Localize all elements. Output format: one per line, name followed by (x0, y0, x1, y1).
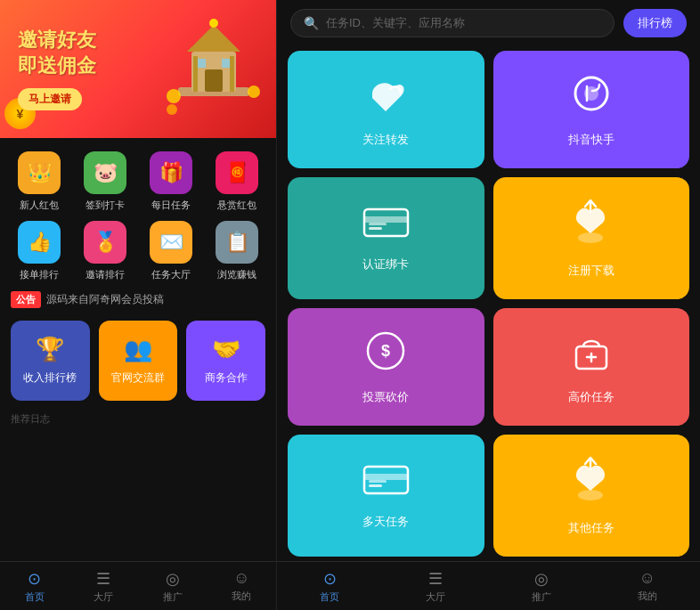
svg-rect-15 (364, 216, 408, 223)
card-income-rank[interactable]: 🏆 收入排行榜 (11, 321, 90, 401)
task-follow-share[interactable]: 关注转发 (288, 51, 484, 168)
icon-box-newbie: 👑 (18, 151, 61, 194)
icon-task-hall[interactable]: ✉️ 任务大厅 (142, 221, 199, 281)
right-promote-icon: ◎ (534, 569, 549, 589)
right-nav-hall-label: 大厅 (426, 590, 445, 604)
task-multiday[interactable]: 多天任务 (288, 435, 484, 557)
icon-box-bounty: 🧧 (216, 151, 258, 194)
svg-point-10 (248, 85, 260, 98)
task-highpay-label: 高价任务 (568, 389, 615, 405)
invite-banner[interactable]: ¥ 邀请好友 即送佣金 马上邀请 (0, 0, 276, 138)
svg-point-8 (209, 19, 218, 28)
highpay-icon (569, 329, 614, 380)
icon-order-rank[interactable]: 👍 接单排行 (11, 221, 68, 281)
handshake-icon: 🤝 (212, 336, 240, 363)
search-placeholder: 任务ID、关键字、应用名称 (326, 15, 465, 31)
icon-label-browse: 浏览赚钱 (217, 268, 256, 281)
task-douyin-label: 抖音快手 (568, 132, 615, 148)
banner-invite-button[interactable]: 马上邀请 (18, 88, 82, 110)
right-nav-mine[interactable]: ☺ 我的 (594, 562, 700, 610)
svg-text:$: $ (381, 342, 390, 360)
nav-home[interactable]: ⊙ 首页 (0, 562, 69, 610)
nav-home-label: 首页 (25, 590, 45, 604)
banner-text-block: 邀请好友 即送佣金 马上邀请 (18, 28, 96, 110)
icon-label-newbie: 新人红包 (20, 199, 59, 212)
watermark-area: 推荐日志 (0, 408, 276, 430)
task-other[interactable]: 其他任务 (493, 435, 690, 557)
right-nav-promote-label: 推广 (532, 590, 551, 604)
promote-icon: ◎ (166, 569, 180, 589)
watermark-text: 推荐日志 (11, 413, 50, 424)
right-nav-home-label: 首页 (320, 590, 339, 604)
task-vote-label: 投票砍价 (362, 389, 409, 405)
task-other-label: 其他任务 (568, 520, 615, 536)
task-register[interactable]: 注册下载 (493, 177, 690, 299)
right-nav-promote[interactable]: ◎ 推广 (489, 562, 595, 610)
right-panel: 🔍 任务ID、关键字、应用名称 排行榜 关注转发 抖 (276, 0, 700, 610)
nav-hall-label: 大厅 (94, 590, 113, 604)
icon-grid: 👑 新人红包 🐷 签到打卡 🎁 每日任务 🧧 悬赏红包 👍 (0, 138, 276, 286)
svg-point-26 (578, 490, 603, 500)
icon-box-checkin: 🐷 (84, 151, 126, 194)
certify-icon (362, 205, 411, 248)
search-input-wrap[interactable]: 🔍 任务ID、关键字、应用名称 (290, 9, 615, 37)
icon-box-order: 👍 (18, 221, 61, 264)
card-group[interactable]: 👥 官网交流群 (99, 321, 178, 401)
nav-promote[interactable]: ◎ 推广 (138, 562, 208, 610)
icon-label-bounty: 悬赏红包 (217, 199, 256, 212)
right-home-icon: ⊙ (323, 569, 337, 589)
svg-rect-7 (230, 56, 234, 92)
notice-text: 源码来自阿奇网会员投稿 (46, 292, 164, 307)
rank-button[interactable]: 排行榜 (623, 9, 687, 37)
building-icon (165, 7, 263, 123)
task-register-label: 注册下载 (568, 263, 615, 279)
icon-label-invite: 邀请排行 (85, 268, 125, 281)
nav-promote-label: 推广 (163, 590, 183, 604)
nav-mine[interactable]: ☺ 我的 (208, 562, 277, 610)
other-icon (571, 455, 611, 511)
icon-box-invite: 🏅 (84, 221, 126, 264)
svg-rect-6 (193, 56, 198, 92)
banner-title: 邀请好友 即送佣金 (18, 28, 96, 78)
task-follow-label: 关注转发 (362, 132, 409, 148)
trophy-icon: 🏆 (36, 336, 64, 363)
icon-newbie-redpacket[interactable]: 👑 新人红包 (11, 151, 68, 212)
task-douyin[interactable]: 抖音快手 (493, 51, 690, 168)
card-biz-label: 商务合作 (205, 370, 248, 386)
icon-label-daily: 每日任务 (151, 199, 191, 212)
right-nav-hall[interactable]: ☰ 大厅 (383, 562, 489, 610)
task-grid: 关注转发 抖音快手 认证绑卡 (277, 46, 700, 561)
icon-bounty-redpacket[interactable]: 🧧 悬赏红包 (208, 151, 265, 212)
svg-rect-23 (364, 474, 408, 480)
right-nav-home[interactable]: ⊙ 首页 (277, 562, 383, 610)
svg-point-11 (167, 104, 177, 115)
svg-point-9 (167, 89, 181, 103)
hall-icon: ☰ (96, 569, 110, 589)
follow-icon (363, 71, 408, 123)
icon-browse-earn[interactable]: 📋 浏览赚钱 (208, 221, 265, 281)
svg-rect-16 (369, 227, 382, 230)
right-nav-mine-label: 我的 (638, 590, 657, 603)
right-hall-icon: ☰ (428, 569, 443, 589)
register-icon (571, 198, 611, 254)
right-mine-icon: ☺ (639, 569, 655, 588)
icon-daily-task[interactable]: 🎁 每日任务 (142, 151, 199, 212)
task-certify-label: 认证绑卡 (362, 256, 409, 272)
right-bottom-nav: ⊙ 首页 ☰ 大厅 ◎ 推广 ☺ 我的 (277, 561, 700, 610)
task-vote[interactable]: $ 投票砍价 (288, 308, 484, 426)
icon-label-task: 任务大厅 (151, 268, 191, 281)
nav-hall[interactable]: ☰ 大厅 (69, 562, 139, 610)
icon-checkin[interactable]: 🐷 签到打卡 (77, 151, 134, 212)
task-certify[interactable]: 认证绑卡 (288, 177, 484, 299)
card-biz[interactable]: 🤝 商务合作 (186, 321, 265, 401)
search-bar: 🔍 任务ID、关键字、应用名称 排行榜 (277, 0, 700, 46)
svg-rect-24 (369, 484, 382, 487)
notice-bar: 公告 源码来自阿奇网会员投稿 (0, 286, 276, 313)
task-highpay[interactable]: 高价任务 (493, 308, 690, 426)
home-icon: ⊙ (28, 569, 41, 589)
icon-invite-rank[interactable]: 🏅 邀请排行 (77, 221, 134, 281)
search-icon: 🔍 (304, 16, 319, 30)
left-bottom-nav: ⊙ 首页 ☰ 大厅 ◎ 推广 ☺ 我的 (0, 561, 276, 610)
icon-label-order: 接单排行 (20, 268, 59, 281)
svg-rect-17 (369, 223, 387, 225)
